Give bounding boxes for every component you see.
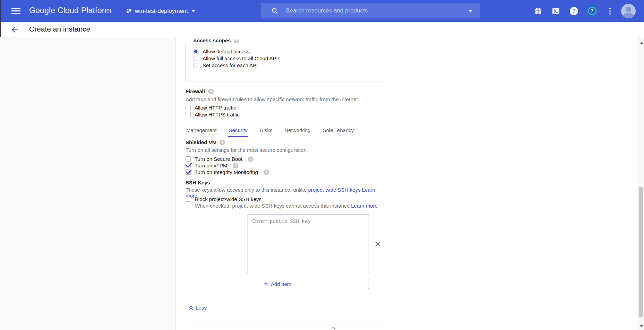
- shielded-vm-section: Shielded VM ? Turn on all settings for t…: [186, 139, 384, 175]
- firewall-help-icon[interactable]: ?: [208, 89, 214, 94]
- checkbox-secure-boot[interactable]: Turn on Secure Boot ?: [186, 156, 384, 162]
- tab-disks[interactable]: Disks: [259, 126, 273, 137]
- checkbox-label: Allow HTTPS traffic: [195, 112, 240, 118]
- left-sidebar: [0, 37, 176, 330]
- avatar-body: [623, 13, 634, 18]
- checkbox-label: Allow HTTP traffic: [195, 105, 236, 111]
- top-app-bar: Google Cloud Platform wm-test-deployment: [0, 0, 644, 22]
- project-selector[interactable]: wm-test-deployment: [126, 0, 195, 22]
- radio-allow-default-access[interactable]: Allow default access: [193, 48, 384, 55]
- section-divider: [186, 322, 384, 322]
- checkbox-allow-https[interactable]: Allow HTTPS traffic: [186, 111, 384, 118]
- checkbox-icon[interactable]: [186, 112, 191, 117]
- gcp-create-instance-screen: Google Cloud Platform wm-test-deployment: [0, 0, 644, 330]
- checkbox-block-project-wide-ssh-keys[interactable]: Block project-wide SSH keys: [186, 196, 385, 202]
- access-scopes-help-icon[interactable]: ?: [234, 40, 239, 43]
- project-dots-icon: [126, 8, 132, 14]
- radio-allow-full-access[interactable]: Allow full access to all Cloud APIs: [193, 55, 384, 62]
- search-input[interactable]: [286, 7, 469, 14]
- radio-icon[interactable]: [193, 49, 198, 54]
- less-toggle[interactable]: Less: [189, 305, 207, 311]
- access-scopes-header: Access scopes ?: [193, 40, 239, 43]
- radio-label: Set access for each API: [203, 62, 258, 68]
- ssh-key-input[interactable]: [248, 215, 369, 274]
- checkbox-allow-http[interactable]: Allow HTTP traffic: [186, 104, 384, 111]
- checkbox-icon[interactable]: [186, 156, 191, 162]
- notification-badge: 7: [588, 7, 596, 15]
- access-scopes-label: Access scopes: [193, 40, 231, 43]
- account-avatar[interactable]: [621, 4, 636, 18]
- checkbox-icon[interactable]: [186, 197, 191, 202]
- tab-networking[interactable]: Networking: [284, 126, 311, 137]
- gift-icon: [534, 7, 542, 15]
- firewall-section: Firewall ? Add tags and firewall rules t…: [186, 88, 384, 118]
- clipped-content-fragment: [332, 328, 335, 329]
- vtpm-help-icon[interactable]: ?: [233, 163, 238, 168]
- add-item-label: Add item: [271, 281, 291, 287]
- add-item-button[interactable]: Add item: [186, 279, 369, 289]
- radio-icon[interactable]: [193, 56, 198, 61]
- topbar-actions: ? 7: [529, 0, 644, 22]
- radio-label: Allow default access: [203, 49, 250, 54]
- secure-boot-help-icon[interactable]: ?: [248, 156, 254, 162]
- ssh-keys-label: SSH Keys: [186, 180, 210, 185]
- checkbox-label: Turn on Integrity Monitoring: [195, 169, 258, 175]
- close-icon: [375, 241, 381, 247]
- help-icon: ?: [570, 7, 578, 15]
- search-icon: [272, 8, 278, 14]
- more-options-button[interactable]: [601, 0, 619, 22]
- checkbox-label: Block project-wide SSH keys: [195, 196, 261, 202]
- cloud-shell-button[interactable]: [547, 0, 565, 22]
- checkbox-integrity-monitoring[interactable]: Turn on Integrity Monitoring ?: [186, 169, 384, 175]
- menu-icon[interactable]: [11, 7, 22, 15]
- back-button[interactable]: [10, 25, 20, 35]
- checkbox-label: Turn on vTPM: [195, 163, 227, 168]
- radio-label: Allow full access to all Cloud APIs: [203, 55, 280, 61]
- integrity-monitoring-help-icon[interactable]: ?: [264, 170, 269, 175]
- checkbox-icon[interactable]: [186, 170, 191, 175]
- shielded-vm-description: Turn on all settings for the most secure…: [186, 147, 384, 153]
- chevron-down-icon: [191, 10, 195, 12]
- access-scopes-card: Access scopes ? Allow default access All…: [185, 42, 384, 81]
- tab-sole-tenancy[interactable]: Sole Tenancy: [322, 126, 354, 137]
- tab-management[interactable]: Management: [186, 126, 217, 137]
- page-header: Create an instance: [0, 22, 644, 37]
- shielded-vm-help-icon[interactable]: ?: [220, 140, 225, 145]
- vertical-scrollbar[interactable]: [638, 37, 644, 330]
- tab-security[interactable]: Security: [228, 126, 248, 137]
- cloud-shell-icon: [552, 7, 560, 15]
- scroll-down-arrow[interactable]: [640, 325, 643, 327]
- block-ssh-keys-description-text: When checked, project-wide SSH keys cann…: [195, 203, 350, 209]
- checkbox-icon[interactable]: [186, 105, 191, 110]
- shielded-vm-label: Shielded VM: [186, 139, 216, 145]
- firewall-label: Firewall: [186, 88, 205, 94]
- remove-ssh-key-button[interactable]: [373, 240, 382, 249]
- settings-tabs: Management Security Disks Networking Sol…: [186, 126, 384, 137]
- checkbox-vtpm[interactable]: Turn on vTPM ?: [186, 162, 384, 169]
- collapse-chevrons-icon: [189, 305, 193, 310]
- project-name: wm-test-deployment: [135, 8, 188, 15]
- help-button[interactable]: ?: [565, 0, 583, 22]
- scrollbar-thumb[interactable]: [639, 187, 643, 317]
- gcp-logo-text[interactable]: Google Cloud Platform: [29, 6, 111, 15]
- marketplace-gift-button[interactable]: [529, 0, 547, 22]
- global-search[interactable]: [261, 3, 480, 18]
- notifications-button[interactable]: 7: [583, 0, 601, 22]
- kebab-icon: [609, 8, 611, 15]
- main-content: Access scopes ? Allow default access All…: [176, 37, 638, 330]
- firewall-description: Add tags and firewall rules to allow spe…: [186, 96, 384, 102]
- scroll-up-arrow[interactable]: [640, 42, 643, 44]
- search-dropdown-icon[interactable]: [469, 10, 473, 12]
- page-title: Create an instance: [29, 25, 90, 33]
- avatar-head: [626, 7, 631, 12]
- less-label: Less: [196, 305, 207, 311]
- plus-icon: [264, 281, 268, 286]
- radio-icon[interactable]: [193, 63, 198, 68]
- back-arrow-icon: [11, 26, 19, 34]
- radio-set-access-per-api[interactable]: Set access for each API: [193, 62, 384, 69]
- checkbox-icon[interactable]: [186, 163, 191, 168]
- learn-more-link[interactable]: Learn more: [351, 203, 378, 209]
- ssh-keys-description-text: These keys allow access only to this ins…: [186, 187, 307, 193]
- checkbox-label: Turn on Secure Boot: [195, 156, 242, 162]
- screen-edge-artifact: [0, 0, 1, 37]
